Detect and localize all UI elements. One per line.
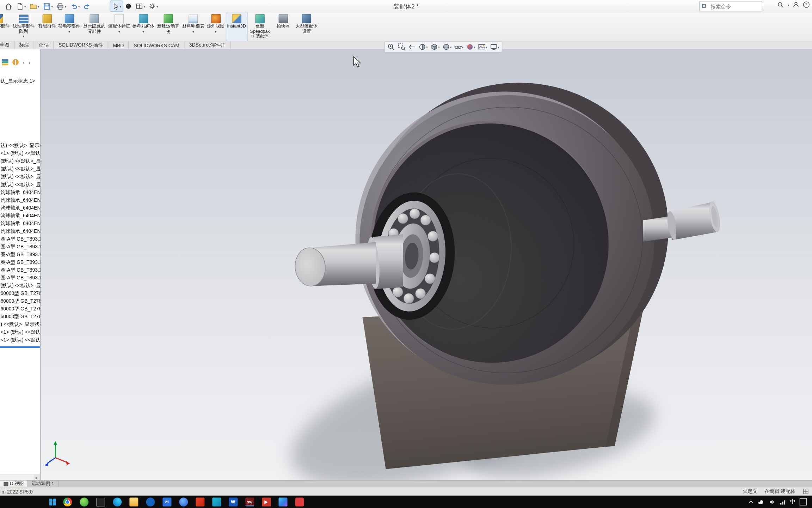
ribbon-button-update-speedpak[interactable]: 更新Speedpak子装配体 xyxy=(247,12,273,41)
cloud-icon[interactable] xyxy=(757,498,764,505)
display-settings-dropdown-arrow[interactable]: ▾ xyxy=(143,4,145,8)
tree-item[interactable]: (默认) <<默认>_显示 xyxy=(0,157,40,165)
search-magnifier-icon[interactable] xyxy=(777,1,784,8)
network-icon[interactable] xyxy=(779,498,786,505)
taskbar-app-media-player[interactable]: ▶ xyxy=(258,496,275,508)
taskbar-app-security[interactable] xyxy=(76,496,92,508)
ribbon-button-linear-pattern[interactable]: 线性零部件阵列 ▼ xyxy=(11,12,36,41)
input-method-indicator[interactable]: 中 xyxy=(790,498,795,506)
property-manager-tab-icon[interactable] xyxy=(11,58,20,67)
display-style-button[interactable]: ▾ xyxy=(441,42,453,51)
tree-item[interactable]: 圈-A型 GB_T893.1-1 xyxy=(0,250,40,258)
speaker-icon[interactable] xyxy=(768,498,775,505)
hide-show-dropdown-arrow[interactable]: ▾ xyxy=(462,45,463,49)
print-button[interactable]: ▾ xyxy=(55,1,68,11)
tree-item[interactable]: (默认) <<默认>_显示 xyxy=(0,165,40,173)
tree-item[interactable]: <1> (默认) <<默认> xyxy=(0,149,40,157)
keyboard-indicator-icon[interactable] xyxy=(800,498,807,506)
apply-scene-button[interactable]: ▾ xyxy=(477,42,488,51)
apply-scene-dropdown-arrow[interactable]: ▾ xyxy=(486,45,487,49)
tree-item[interactable]: 60000型 GB_T276-1 xyxy=(0,313,40,320)
view-settings-button[interactable]: ▾ xyxy=(489,42,500,51)
tree-item[interactable]: 60000型 GB_T276-1 xyxy=(0,297,40,305)
edit-appearance-dropdown-arrow[interactable]: ▾ xyxy=(474,45,475,49)
tree-item[interactable]: 60000型 GB_T276-1 xyxy=(0,305,40,313)
tree-item[interactable]: <1> (默认) <<默认> xyxy=(0,328,40,336)
feature-tree-tab-icon[interactable] xyxy=(1,58,10,67)
save-button[interactable]: ▾ xyxy=(42,1,55,11)
taskbar-app-mail[interactable]: ✉ xyxy=(159,496,175,508)
front-shaft[interactable] xyxy=(294,234,403,289)
assembly-3d-model[interactable] xyxy=(41,49,812,481)
open-dropdown-arrow[interactable]: ▾ xyxy=(38,4,39,8)
tray-chevron-up-icon[interactable] xyxy=(748,499,753,504)
redo-button[interactable] xyxy=(82,1,93,11)
tab-3dsource[interactable]: 3DSource零件库 xyxy=(185,41,231,49)
command-search[interactable] xyxy=(699,1,762,11)
section-view-dropdown-arrow[interactable]: ▾ xyxy=(426,45,427,49)
print-dropdown-arrow[interactable]: ▾ xyxy=(65,4,66,8)
tab-motion-study-1[interactable]: 运动算例 1 xyxy=(28,480,58,487)
tree-item[interactable]: 圈-A型 GB_T893.1-1 xyxy=(0,243,40,250)
tree-item[interactable]: 60000型 GB_T276-1 xyxy=(0,289,40,297)
taskbar-app-browser[interactable] xyxy=(175,496,192,508)
tab-evaluate[interactable]: 评估 xyxy=(34,41,54,49)
tree-item[interactable]: 沟球轴承_6404EN<4 xyxy=(0,212,40,219)
start-button[interactable] xyxy=(45,496,59,508)
previous-view-button[interactable] xyxy=(407,42,417,51)
ribbon-button-reference-geometry[interactable]: 参考几何体 ▼ xyxy=(131,12,155,41)
ribbon-button-bom[interactable]: 材料明细表 ▼ xyxy=(181,12,205,41)
ribbon-button-smart-fasteners[interactable]: 智能扣件 xyxy=(37,12,57,41)
taskbar-app-chrome[interactable] xyxy=(59,496,76,508)
tree-item[interactable]: 圈-A型 GB_T893.1-1 xyxy=(0,266,40,274)
tree-item[interactable]: 认) <<默认>_显示状 xyxy=(0,141,40,149)
ribbon-button-exploded-view[interactable]: 爆炸视图 ▼ xyxy=(205,12,226,41)
section-view-button[interactable]: ▾ xyxy=(417,42,429,51)
ribbon-button-move-component[interactable]: 移动零部件 ▼ xyxy=(57,12,81,41)
hide-show-items-button[interactable]: ▾ xyxy=(453,42,465,51)
ribbon-button-insert-component[interactable]: 插入零部件 ▼ xyxy=(0,12,11,41)
home-button[interactable] xyxy=(3,1,14,11)
ribbon-button-new-motion-study[interactable]: 新建运动算例 xyxy=(155,12,181,41)
tab-sketch[interactable]: 草图 xyxy=(0,41,14,49)
tab-markup[interactable]: 标注 xyxy=(14,41,34,49)
taskbar-app-edge[interactable] xyxy=(109,496,125,508)
search-dropdown-arrow[interactable]: ▾ xyxy=(788,3,789,6)
select-dropdown-arrow[interactable]: ▾ xyxy=(120,4,121,8)
view-orientation-dropdown-arrow[interactable]: ▾ xyxy=(438,45,439,49)
open-button[interactable]: ▾ xyxy=(28,1,41,11)
dropdown-arrow[interactable]: ▼ xyxy=(214,29,217,34)
taskbar-app-solidworks[interactable]: SW xyxy=(241,496,258,508)
panel-tab-scroll-right[interactable]: › xyxy=(27,59,31,65)
tree-item[interactable]: (默认) <<默认>_显示 xyxy=(0,173,40,180)
help-icon[interactable]: ? xyxy=(803,1,810,8)
scrollbar-right-arrow[interactable]: ▸ xyxy=(34,474,40,480)
tree-item[interactable]: 圈-A型 GB_T893.1-1 xyxy=(0,235,40,243)
tab-mbd[interactable]: MBD xyxy=(108,41,129,49)
taskbar-app-red[interactable] xyxy=(291,496,308,508)
dropdown-arrow[interactable]: ▼ xyxy=(22,34,25,39)
edit-appearance-button[interactable]: ▾ xyxy=(465,42,476,51)
dropdown-arrow[interactable]: ▼ xyxy=(192,29,195,34)
display-style-dropdown-arrow[interactable]: ▾ xyxy=(450,45,451,49)
magnet-mate-button[interactable] xyxy=(123,1,134,11)
select-tool-button[interactable]: ▾ xyxy=(110,1,123,11)
ribbon-button-large-assembly-settings[interactable]: 大型装配体设置 xyxy=(294,12,319,41)
tree-item[interactable]: (默认) <<默认>_显示 xyxy=(0,282,40,289)
dropdown-arrow[interactable]: ▼ xyxy=(68,29,71,34)
undo-dropdown-arrow[interactable]: ▾ xyxy=(78,4,80,8)
new-dropdown-arrow[interactable]: ▾ xyxy=(24,4,26,8)
zoom-area-button[interactable] xyxy=(397,42,407,51)
ribbon-button-assembly-features[interactable]: 装配体特征 ▼ xyxy=(107,12,131,41)
options-gear-button[interactable]: ▾ xyxy=(147,1,159,11)
custom-toolbar-icon[interactable] xyxy=(803,488,809,495)
tree-item[interactable]: 沟球轴承_6404EN<3 xyxy=(0,204,40,211)
tree-item[interactable]: 沟球轴承_6404EN<2 xyxy=(0,196,40,204)
zoom-fit-button[interactable] xyxy=(386,42,396,51)
tree-item[interactable]: 沟球轴承_6404EN<6 xyxy=(0,227,40,235)
taskbar-app-media[interactable] xyxy=(208,496,225,508)
taskbar-app-file-explorer[interactable] xyxy=(125,496,142,508)
view-orientation-button[interactable]: ▾ xyxy=(429,42,441,51)
taskbar-app-word[interactable]: W xyxy=(225,496,241,508)
tab-addins[interactable]: SOLIDWORKS 插件 xyxy=(54,41,108,49)
